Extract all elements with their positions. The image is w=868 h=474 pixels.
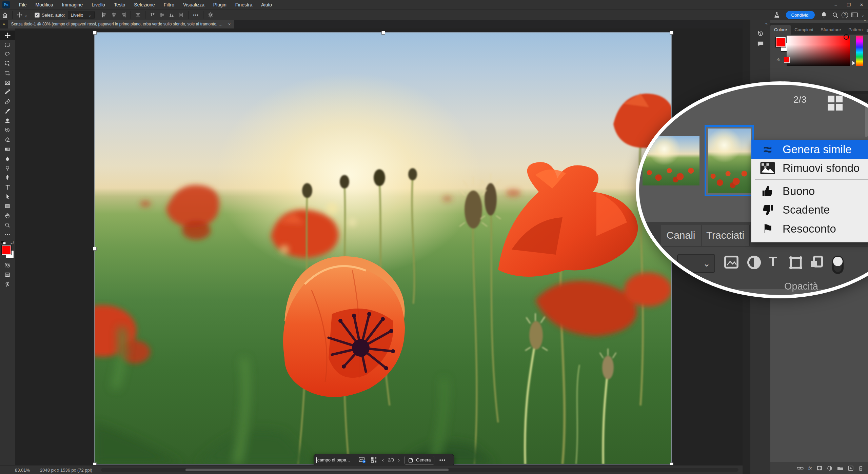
blur-tool[interactable] (0, 154, 15, 163)
lasso-tool[interactable] (0, 50, 15, 59)
tab-tracciati[interactable]: Tracciati (702, 225, 750, 246)
beaker-icon[interactable] (772, 11, 782, 19)
default-colors-icon[interactable] (1, 241, 6, 245)
brush-tool[interactable] (0, 106, 15, 116)
menu-item-rimuovi-sfondo[interactable]: Rimuovi sfondo (751, 159, 868, 177)
rectangular-marquee-tool[interactable] (0, 40, 15, 50)
filter-adjustment-icon[interactable] (747, 255, 761, 270)
crop-tool[interactable] (0, 68, 15, 78)
link-layers-icon[interactable] (797, 466, 804, 471)
new-group-icon[interactable] (837, 466, 843, 471)
gamut-closest-color-swatch[interactable] (784, 57, 790, 63)
hue-slider[interactable] (856, 36, 863, 66)
menu-item-buono[interactable]: Buono (751, 182, 868, 200)
layer-mask-icon[interactable] (816, 466, 822, 471)
menu-item-resoconto[interactable]: ⚑ Resoconto (751, 219, 868, 239)
adjustment-layer-icon[interactable] (827, 466, 832, 471)
menu-immagine[interactable]: Immagine (58, 0, 87, 9)
path-selection-tool[interactable] (0, 192, 15, 201)
eraser-tool[interactable] (0, 135, 15, 144)
distribute-vertically-icon[interactable] (176, 11, 186, 19)
reference-image-icon[interactable] (356, 457, 368, 463)
menu-testo[interactable]: Testo (110, 0, 130, 9)
clone-stamp-tool[interactable] (0, 116, 15, 125)
tab-canali[interactable]: Canali (661, 225, 702, 246)
saturation-brightness-field[interactable] (787, 36, 850, 66)
transform-handle-top-left[interactable] (93, 31, 97, 35)
new-layer-icon[interactable] (848, 466, 853, 471)
horizontal-scrollbar[interactable] (101, 468, 738, 472)
pen-tool[interactable] (0, 173, 15, 182)
eyedropper-tool[interactable] (0, 87, 15, 97)
object-selection-tool[interactable] (0, 59, 15, 68)
version-history-icon[interactable] (750, 28, 770, 39)
close-button[interactable]: ✕ (855, 0, 868, 9)
transform-handle-top-right[interactable] (670, 31, 673, 35)
dodge-tool[interactable] (0, 163, 15, 173)
swap-colors-icon[interactable]: ⤾ (11, 241, 14, 245)
healing-brush-tool[interactable] (0, 97, 15, 106)
minimize-button[interactable]: – (829, 0, 842, 9)
taskbar-more-icon[interactable]: ••• (436, 457, 448, 463)
menu-filtro[interactable]: Filtro (159, 0, 179, 9)
panel-menu-icon[interactable]: ≡ (866, 28, 868, 35)
menu-finestra[interactable]: Finestra (231, 0, 257, 9)
share-document-icon[interactable] (0, 279, 15, 289)
restore-button[interactable]: ❐ (842, 0, 855, 9)
distribute-horizontally-icon[interactable] (133, 11, 143, 19)
previous-variation-icon[interactable]: ‹ (379, 457, 387, 463)
foreground-color-swatch[interactable] (2, 245, 11, 255)
filter-type-icon[interactable]: T (769, 254, 777, 269)
hand-tool[interactable] (0, 211, 15, 220)
menu-selezione[interactable]: Selezione (130, 0, 159, 9)
next-variation-icon[interactable]: › (395, 457, 402, 463)
filter-shape-icon[interactable] (788, 255, 803, 270)
menu-visualizza[interactable]: Visualizza (179, 0, 209, 9)
tab-colore[interactable]: Colore (770, 25, 791, 35)
home-icon[interactable] (0, 11, 10, 19)
auto-select-checkbox[interactable]: ✓ (35, 13, 40, 18)
screen-mode-icon[interactable] (0, 270, 15, 279)
align-vertical-centers-icon[interactable] (157, 11, 167, 19)
type-tool[interactable] (0, 182, 15, 192)
frame-tool[interactable] (0, 78, 15, 87)
history-brush-tool[interactable] (0, 125, 15, 135)
chevron-down-icon[interactable]: ⌄ (861, 13, 865, 18)
menu-livello[interactable]: Livello (87, 0, 110, 9)
prompt-input[interactable]: campo di papa... (316, 457, 356, 463)
gradient-tool[interactable] (0, 144, 15, 154)
edit-toolbar-icon[interactable] (0, 230, 15, 239)
menu-aiuto[interactable]: Aiuto (257, 0, 276, 9)
align-bottom-edges-icon[interactable] (167, 11, 176, 19)
menu-plugin[interactable]: Plugin (209, 0, 231, 9)
tab-pattern[interactable]: Pattern (845, 25, 866, 35)
share-button[interactable]: Condividi (786, 11, 815, 19)
comments-icon[interactable] (750, 39, 770, 49)
zoom-level[interactable]: 83,01% (15, 468, 30, 473)
filter-kind-dropdown[interactable]: ⌄ (677, 254, 715, 273)
menu-file[interactable]: File (15, 0, 31, 9)
tab-close-icon[interactable]: × (228, 22, 231, 27)
variation-thumbnail-2-selected[interactable] (705, 125, 754, 196)
menu-modifica[interactable]: Modifica (31, 0, 58, 9)
color-marker[interactable] (844, 34, 849, 40)
document-tab[interactable]: Senza titolo-1 @ 83% (campo di papaveri … (8, 20, 234, 28)
workspace-icon[interactable] (849, 11, 860, 19)
filter-toggle-switch[interactable] (831, 255, 845, 274)
filter-smart-object-icon[interactable] (809, 255, 824, 270)
variation-thumbnail-1[interactable] (643, 136, 699, 185)
menu-item-scadente[interactable]: Scadente (751, 200, 868, 219)
variations-grid-icon[interactable] (368, 457, 379, 463)
settings-gear-icon[interactable] (206, 11, 215, 19)
tab-overflow-chevrons[interactable]: » (0, 20, 8, 28)
move-tool[interactable] (0, 31, 15, 40)
layer-effects-icon[interactable]: fx (808, 466, 812, 471)
transform-handle-middle-left[interactable] (93, 247, 97, 251)
align-left-edges-icon[interactable] (100, 11, 109, 19)
rectangle-tool[interactable] (0, 201, 15, 211)
align-horizontal-centers-icon[interactable] (109, 11, 119, 19)
auto-select-target-dropdown[interactable]: Livello ⌄ (68, 11, 95, 19)
horizontal-scrollbar-thumb[interactable] (185, 469, 449, 471)
document-canvas[interactable] (95, 33, 671, 464)
zoom-tool[interactable] (0, 220, 15, 230)
